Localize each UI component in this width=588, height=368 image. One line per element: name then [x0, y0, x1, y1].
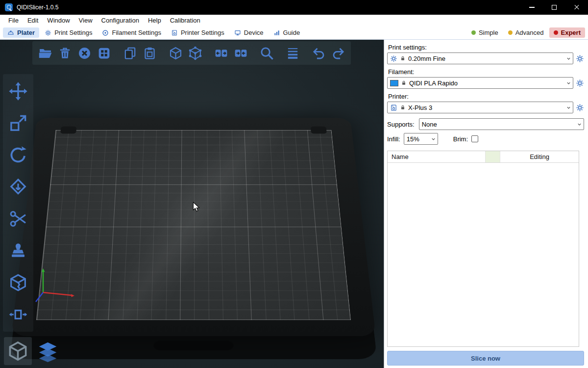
brim-checkbox[interactable] — [471, 135, 478, 142]
filament-combo[interactable]: QIDI PLA Rapido — [387, 77, 573, 89]
delete-all-icon — [77, 46, 92, 60]
preview-view-button[interactable] — [34, 337, 62, 365]
split-parts-icon — [188, 46, 202, 60]
menu-help[interactable]: Help — [144, 16, 166, 25]
delete-all-button[interactable] — [74, 42, 94, 64]
split-objects-icon — [169, 46, 183, 60]
gear-icon — [576, 54, 584, 63]
printer-value: X-Plus 3 — [408, 104, 564, 111]
print-settings-combo[interactable]: 0.20mm Fine — [387, 53, 573, 64]
redo-button[interactable] — [328, 42, 348, 64]
advanced-mode-dot-icon — [508, 30, 513, 35]
close-button[interactable] — [565, 0, 588, 15]
tab-bar: Plater Print Settings Filament Settings … — [0, 26, 588, 40]
delete-icon — [58, 46, 72, 60]
close-icon — [574, 4, 580, 10]
cut-button[interactable] — [5, 207, 31, 231]
tab-guide[interactable]: Guide — [269, 27, 305, 38]
chevron-down-icon — [577, 122, 582, 127]
mode-simple[interactable]: Simple — [467, 27, 503, 38]
paste-button[interactable] — [140, 42, 159, 64]
tab-print-settings[interactable]: Print Settings — [40, 27, 97, 38]
column-header-printable[interactable] — [486, 151, 500, 162]
undo-icon — [312, 46, 326, 60]
remove-instance-button[interactable] — [231, 42, 250, 64]
add-instance-button[interactable] — [211, 42, 231, 64]
tab-plater-label: Plater — [17, 29, 35, 36]
maximize-icon — [552, 5, 557, 10]
menu-calibration[interactable]: Calibration — [166, 16, 205, 25]
printer-edit-button[interactable] — [576, 104, 584, 112]
rotate-button[interactable] — [5, 143, 31, 167]
column-header-editing[interactable]: Editing — [500, 151, 579, 162]
brim-label: Brim: — [453, 135, 468, 143]
object-table-header: Name Editing — [388, 151, 579, 163]
lock-icon — [400, 105, 406, 110]
measure-button[interactable] — [5, 302, 31, 327]
paint-support-button[interactable] — [5, 238, 31, 263]
undo-button[interactable] — [309, 42, 328, 64]
gizmo-toolbar — [3, 74, 33, 332]
gear-icon — [576, 79, 584, 87]
paint-support-icon — [8, 241, 28, 261]
print-settings-label: Print settings: — [388, 44, 584, 51]
open-icon — [38, 46, 52, 60]
mode-expert[interactable]: Expert — [549, 27, 585, 38]
search-button[interactable] — [257, 42, 276, 64]
print-bed[interactable] — [36, 130, 351, 320]
menu-configuration[interactable]: Configuration — [97, 16, 144, 25]
view-mode-buttons — [4, 337, 62, 365]
rotate-icon — [8, 145, 28, 165]
mode-simple-label: Simple — [479, 29, 498, 36]
tab-printer-settings[interactable]: Printer Settings — [167, 27, 229, 38]
menu-window[interactable]: Window — [43, 16, 74, 25]
3d-editor-view-button[interactable] — [4, 337, 32, 365]
place-on-face-icon — [8, 177, 28, 197]
redo-icon — [331, 46, 345, 60]
column-header-name[interactable]: Name — [388, 151, 486, 162]
minimize-button[interactable] — [520, 0, 543, 15]
app-icon — [5, 3, 13, 11]
print-settings-icon — [45, 29, 51, 36]
plater-icon — [7, 29, 14, 36]
open-button[interactable] — [35, 42, 55, 64]
delete-button[interactable] — [55, 42, 74, 64]
supports-combo[interactable]: None — [419, 118, 584, 130]
split-parts-button[interactable] — [185, 42, 205, 64]
lock-icon — [400, 55, 406, 61]
tab-device[interactable]: Device — [230, 27, 268, 38]
copy-button[interactable] — [120, 42, 140, 64]
infill-combo[interactable]: 15% — [404, 133, 438, 145]
chevron-down-icon — [566, 80, 571, 86]
tab-plater[interactable]: Plater — [3, 27, 39, 38]
menu-edit[interactable]: Edit — [23, 16, 43, 25]
settings-sidebar: Print settings: 0.20mm Fine Filament: QI… — [384, 40, 588, 368]
maximize-button[interactable] — [543, 0, 565, 15]
scale-button[interactable] — [5, 111, 31, 135]
mode-advanced[interactable]: Advanced — [504, 27, 548, 38]
3d-editor-icon — [7, 340, 29, 362]
paste-icon — [143, 46, 157, 60]
printer-combo[interactable]: X-Plus 3 — [387, 102, 573, 113]
move-button[interactable] — [5, 79, 31, 104]
seam-button[interactable] — [5, 270, 31, 295]
lock-icon — [401, 80, 407, 86]
arrange-button[interactable] — [94, 42, 114, 64]
filament-edit-button[interactable] — [576, 79, 584, 87]
print-settings-edit-button[interactable] — [576, 54, 584, 63]
app-window: QIDISlicer-1.0.5 File Edit Window View C… — [0, 0, 588, 368]
copy-icon — [123, 46, 137, 60]
3d-viewport[interactable] — [0, 40, 384, 368]
object-list[interactable] — [388, 163, 579, 346]
menu-file[interactable]: File — [4, 16, 23, 25]
object-table: Name Editing — [387, 151, 579, 347]
viewport-toolbar — [32, 41, 351, 65]
tab-filament-settings[interactable]: Filament Settings — [98, 27, 165, 38]
menu-view[interactable]: View — [74, 16, 97, 25]
place-on-face-button[interactable] — [5, 175, 31, 199]
printer-icon — [390, 104, 397, 111]
slice-now-button[interactable]: Slice now — [387, 351, 584, 366]
seam-icon — [8, 273, 28, 292]
variable-layer-height-button[interactable] — [283, 42, 302, 64]
split-objects-button[interactable] — [166, 42, 185, 64]
